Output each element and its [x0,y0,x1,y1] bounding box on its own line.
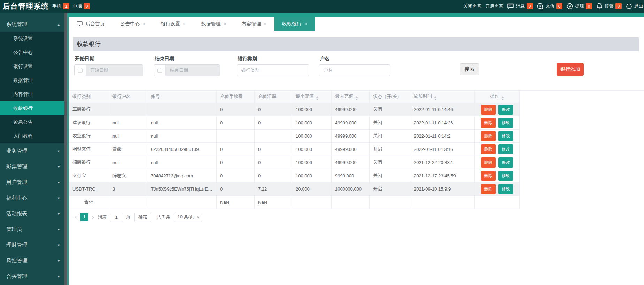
sidebar-group-users[interactable]: 用户管理▼ [0,175,64,190]
delete-button[interactable]: 删除 [481,144,496,154]
edit-button[interactable]: 修改 [498,171,513,181]
col-account-number[interactable]: 账号 [147,91,217,103]
alarm-item[interactable]: 报警 0 [596,3,622,10]
sidebar-scrollbar[interactable] [64,13,67,285]
sidebar-group-risk-control[interactable]: 风控管理▼ [0,253,64,269]
sidebar-item-system-settings[interactable]: 系统设置 [0,32,64,46]
start-date-picker[interactable] [74,64,143,76]
page-size-select[interactable]: 10 条/页 ∨ [174,213,202,222]
add-bank-button[interactable]: 银行添加 [557,63,584,76]
edit-button[interactable]: 修改 [498,184,513,194]
close-icon[interactable]: × [264,21,267,27]
sidebar-submenu: 系统设置 公告中心 银行设置 数据管理 内容管理 收款银行 紧急公告 入门教程 [0,32,64,143]
caret-down-icon: ▼ [57,149,60,153]
sidebar-item-content-management[interactable]: 内容管理 [0,87,64,101]
page-title: 收款银行 [73,37,639,51]
delete-button[interactable]: 删除 [481,184,496,194]
delete-button[interactable]: 删除 [481,171,496,181]
mobile-count-badge: 1 [63,3,69,9]
sidebar-group-group-buy[interactable]: 合买管理▼ [0,269,64,284]
tab-notice-center[interactable]: 公告中心 × [112,17,153,31]
sidebar-group-label: 系统管理 [6,21,27,28]
tab-bank-settings[interactable]: 银行设置 × [153,17,193,31]
sidebar-group-lottery[interactable]: 彩票管理▼ [0,159,64,175]
messages-count-badge: 0 [527,3,533,9]
sidebar-group-activity-report[interactable]: 活动报表▼ [0,206,64,222]
tab-home[interactable]: 后台首页 [69,17,112,31]
search-button[interactable]: 搜索 [460,63,479,75]
col-add-time[interactable]: 添加时间 [410,91,475,103]
delete-button[interactable]: 删除 [481,157,496,168]
col-recharge-fee[interactable]: 充值手续费 [217,91,255,103]
sidebar-item-receiving-bank[interactable]: 收款银行 [0,101,64,115]
sidebar-group-system[interactable]: 系统管理 ▲ [0,17,64,32]
logout-item[interactable]: 退出 [626,3,643,10]
caret-down-icon: ▼ [57,197,60,200]
close-icon[interactable]: × [142,21,145,27]
sound-off-button[interactable]: 关闭声音 [463,3,481,9]
tab-content-management[interactable]: 内容管理 × [234,17,274,31]
calendar-icon [75,65,86,76]
start-date-label: 开始日期 [74,56,143,62]
tab-bar: 后台首页 公告中心 × 银行设置 × 数据管理 × 内容管理 × 收款银行 × [69,17,644,31]
alarm-count-badge: 0 [615,3,622,9]
sidebar-item-tutorial[interactable]: 入门教程 [0,129,64,143]
delete-button[interactable]: 删除 [481,105,496,115]
end-date-picker[interactable] [154,64,220,76]
sidebar-group-finance[interactable]: 理财管理▼ [0,237,64,253]
account-name-input[interactable] [319,64,390,76]
end-date-input[interactable] [166,65,220,76]
table-row: 建设银行null null0 0100.000 49999.000关闭 2022… [69,116,520,129]
sort-icon[interactable] [434,96,437,100]
tab-receiving-bank[interactable]: 收款银行 × [274,17,315,31]
tab-data-management[interactable]: 数据管理 × [193,17,234,31]
close-icon[interactable]: × [183,21,186,27]
edit-button[interactable]: 修改 [498,131,513,141]
sidebar-item-notice-center[interactable]: 公告中心 [0,46,64,60]
goto-page-input[interactable] [110,213,123,222]
delete-button[interactable]: 删除 [481,131,496,141]
sidebar-item-bank-settings[interactable]: 银行设置 [0,60,64,74]
close-icon[interactable]: × [223,21,226,27]
sidebar-group-welfare[interactable]: 福利中心▼ [0,190,64,206]
start-date-input[interactable] [86,65,143,76]
caret-down-icon: ▼ [57,275,60,278]
sound-on-button[interactable]: 开启声音 [485,3,503,9]
summary-row: 合计 NaN NaN [69,195,520,209]
mobile-online-stat: 手机 1 [52,3,69,9]
col-min-recharge[interactable]: 最小充值 [292,91,332,103]
next-page-icon[interactable]: › [91,213,95,221]
col-actions[interactable]: 操作 [475,91,520,103]
pc-label: 电脑 [73,3,82,9]
bell-icon [596,3,603,10]
sort-icon[interactable] [316,96,319,100]
messages-item[interactable]: 消息 0 [507,3,533,10]
sidebar-item-data-management[interactable]: 数据管理 [0,74,64,87]
total-count-label: 共 7 条 [156,214,170,220]
current-page-button[interactable]: 1 [80,213,88,221]
sort-icon[interactable] [501,96,504,100]
recharge-item[interactable]: ¥ 充值 0 [537,3,562,10]
edit-button[interactable]: 修改 [498,157,513,168]
pagination: ‹ 1 › 到第 页 确定 共 7 条 10 条/页 ∨ [73,213,639,222]
sidebar-group-admin[interactable]: 管理员▼ [0,222,64,237]
col-recharge-rate[interactable]: 充值汇率 [255,91,292,103]
confirm-button[interactable]: 确定 [134,213,151,222]
withdraw-item[interactable]: ¥ 提现 0 [566,3,592,10]
sort-icon[interactable] [355,96,358,100]
prev-page-icon[interactable]: ‹ [73,213,78,221]
col-max-recharge[interactable]: 最大充值 [332,91,370,103]
edit-button[interactable]: 修改 [498,144,513,154]
bank-type-input[interactable] [237,64,309,76]
col-status[interactable]: 状态（开/关） [370,91,410,103]
sidebar-item-emergency-notice[interactable]: 紧急公告 [0,115,64,129]
close-icon[interactable]: × [304,21,307,27]
delete-button[interactable]: 删除 [481,118,496,128]
edit-button[interactable]: 修改 [498,105,513,115]
edit-button[interactable]: 修改 [498,118,513,128]
sidebar-group-business[interactable]: 业务管理▼ [0,143,64,159]
col-account-holder[interactable]: 银行户名 [109,91,147,103]
col-bank-type[interactable]: 银行类别 [69,91,109,103]
caret-down-icon: ▼ [57,165,60,169]
summary-rate: NaN [255,195,292,209]
